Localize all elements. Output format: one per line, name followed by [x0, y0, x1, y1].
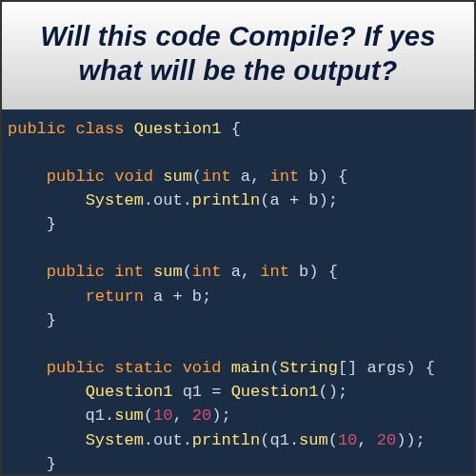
code-line: public class Question1 {: [8, 117, 468, 141]
code-token: ,: [172, 407, 191, 425]
code-token: public: [47, 168, 105, 186]
code-token: System: [86, 431, 144, 449]
code-token: [172, 359, 182, 377]
code-token: [124, 120, 133, 138]
code-token: public: [47, 359, 105, 377]
code-line: public int sum(int a, int b) {: [8, 260, 468, 284]
code-token: void: [183, 359, 222, 377]
title-line-1: Will this code Compile? If yes: [40, 21, 435, 51]
code-token: ,: [357, 431, 376, 449]
code-token: [] args) {: [338, 359, 435, 377]
code-token: [144, 263, 153, 281]
code-token: [8, 263, 47, 281]
code-token: [153, 168, 163, 186]
code-token: Question1: [231, 383, 319, 401]
code-line: System.out.println(a + b);: [8, 188, 468, 212]
code-token: [8, 191, 86, 209]
code-token: static: [114, 359, 172, 377]
code-token: (: [192, 168, 202, 186]
code-token: [105, 168, 114, 186]
code-token: [8, 288, 86, 306]
question-header: Will this code Compile? If yes what will…: [2, 2, 474, 109]
question-title: Will this code Compile? If yes what will…: [21, 19, 455, 89]
code-token: int: [192, 263, 222, 281]
code-token: [8, 431, 86, 449]
code-token: int: [260, 263, 289, 281]
code-line: }: [8, 308, 468, 332]
code-token: System: [86, 191, 144, 209]
code-token: .out.: [144, 431, 192, 449]
code-token: int: [114, 263, 144, 281]
code-token: }: [8, 311, 56, 329]
code-token: [221, 359, 230, 377]
code-token: 10: [338, 431, 357, 449]
code-block: public class Question1 { public void sum…: [2, 109, 474, 475]
code-token: a,: [231, 168, 270, 186]
code-token: [8, 168, 47, 186]
quiz-card: Will this code Compile? If yes what will…: [0, 0, 476, 476]
code-token: class: [75, 120, 124, 138]
code-token: a + b;: [144, 288, 211, 306]
code-line: public void sum(int a, int b) {: [8, 165, 468, 188]
code-token: 10: [153, 407, 172, 425]
code-token: println: [192, 191, 260, 209]
code-line: [8, 236, 468, 260]
code-token: q1.: [8, 407, 114, 425]
code-line: }: [8, 452, 468, 474]
code-token: 20: [192, 407, 211, 425]
code-token: [8, 359, 47, 377]
code-token: Question1: [134, 120, 222, 138]
code-token: ();: [319, 383, 348, 401]
code-line: [8, 332, 468, 356]
code-token: sum: [114, 407, 144, 425]
code-token: [105, 263, 114, 281]
code-token: sum: [153, 263, 183, 281]
code-token: public: [47, 263, 105, 281]
code-token: return: [86, 288, 144, 306]
code-line: Question1 q1 = Question1();: [8, 380, 468, 404]
code-token: b) {: [299, 168, 347, 186]
code-token: a,: [221, 263, 260, 281]
code-token: void: [114, 168, 153, 186]
code-token: String: [280, 359, 338, 377]
code-token: public: [8, 120, 66, 138]
code-token: Question1: [86, 383, 173, 401]
code-token: sum: [163, 168, 192, 186]
code-token: [8, 383, 86, 401]
code-line: System.out.println(q1.sum(10, 20));: [8, 428, 468, 452]
code-token: (: [328, 431, 338, 449]
code-token: int: [202, 168, 231, 186]
code-token: println: [192, 431, 260, 449]
code-token: (: [269, 359, 279, 377]
code-token: (: [183, 263, 192, 281]
code-token: );: [211, 407, 230, 425]
code-token: .out.: [144, 191, 192, 209]
code-line: [8, 141, 468, 165]
code-token: [66, 120, 75, 138]
code-token: (: [144, 407, 153, 425]
code-token: 20: [377, 431, 396, 449]
code-token: q1 =: [172, 383, 230, 401]
code-line: return a + b;: [8, 285, 468, 308]
code-line: q1.sum(10, 20);: [8, 404, 468, 427]
code-token: sum: [299, 431, 328, 449]
code-token: b) {: [289, 263, 338, 281]
code-token: (q1.: [260, 431, 299, 449]
code-token: int: [269, 168, 299, 186]
code-token: }: [8, 215, 56, 233]
code-token: {: [221, 120, 240, 138]
code-token: }: [8, 455, 56, 473]
title-line-2: what will be the output?: [78, 55, 397, 86]
code-token: [105, 359, 114, 377]
code-token: (a + b);: [260, 191, 338, 209]
code-line: }: [8, 212, 468, 236]
code-token: ));: [396, 431, 426, 449]
code-line: public static void main(String[] args) {: [8, 356, 468, 380]
code-token: main: [231, 359, 270, 377]
